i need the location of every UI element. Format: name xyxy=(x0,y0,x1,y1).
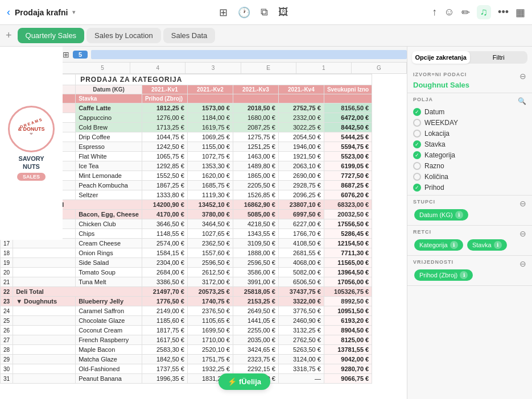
chart-icon[interactable]: ♫ xyxy=(477,5,492,19)
table-row[interactable]: 18Onion Rings1584,15 €1557,60 €1888,00 €… xyxy=(1,248,372,258)
item-cell: Chips xyxy=(76,229,142,239)
table-row[interactable]: 29Matcha Glaze1842,50 €1751,75 €2323,75 … xyxy=(1,355,372,364)
filter-value[interactable]: 5 xyxy=(73,51,88,59)
table-row[interactable]: 25Chocolate Glaze1185,60 €1105,65 €1441,… xyxy=(1,316,372,326)
column-datum-pill[interactable]: Datum (KG) ℹ xyxy=(414,209,468,221)
share-icon[interactable]: ↑ xyxy=(432,6,437,18)
top-bar-center: ⊞ 🕐 ⧉ 🖼 xyxy=(219,6,288,19)
kv4-cell: 3132,25 € xyxy=(278,326,324,335)
column-datum-info[interactable]: ℹ xyxy=(455,211,463,219)
table-row[interactable]: 27French Raspberry1617,50 €1710,00 €2035… xyxy=(1,335,372,345)
field-kolicina-checkbox[interactable] xyxy=(413,173,421,181)
columns-expand-icon[interactable]: ⊖ xyxy=(519,199,526,208)
history-icon[interactable]: 🕐 xyxy=(238,6,250,19)
panel-icon[interactable]: ▦ xyxy=(515,6,525,19)
subheader-blank2 xyxy=(233,94,278,103)
row-stavka-info[interactable]: ℹ xyxy=(494,241,502,249)
cat-cell xyxy=(13,326,76,335)
kv4-cell: 6506,50 € xyxy=(278,277,324,287)
emoji-icon[interactable]: ☺ xyxy=(444,6,454,18)
total-cell: 6472,00 € xyxy=(324,113,372,123)
table-row[interactable]: 19Side Salad2304,00 €2596,50 €2596,50 €4… xyxy=(1,258,372,268)
kv4-cell: 2752,75 € xyxy=(278,103,324,113)
tab-opcije[interactable]: Opcije zakretanja xyxy=(412,51,470,64)
field-stavka-checkbox[interactable] xyxy=(413,140,421,148)
field-datum-checkbox[interactable] xyxy=(413,108,421,116)
total-cell: 9066,75 € xyxy=(324,374,372,384)
source-expand-icon[interactable]: ⊖ xyxy=(519,72,526,81)
tab-sales-data[interactable]: Sales Data xyxy=(163,28,216,43)
kv3-cell: 1251,25 € xyxy=(233,142,278,152)
value-prihod-info[interactable]: ℹ xyxy=(460,271,468,279)
table-row[interactable]: 20Tomato Soup2684,00 €2612,50 €3586,00 €… xyxy=(1,268,372,277)
kv2-cell: 1069,25 € xyxy=(187,132,233,142)
row-num: 23 xyxy=(1,297,13,306)
field-weekday-checkbox[interactable] xyxy=(413,119,421,127)
kv3-cell: 1865,00 € xyxy=(233,171,278,181)
value-prihod-pill[interactable]: Prihod (Zbroj) ℹ xyxy=(414,269,473,281)
grid-icon[interactable]: ⊞ xyxy=(63,50,69,59)
field-kategorija-checkbox[interactable] xyxy=(413,151,421,159)
tab-quarterly-sales[interactable]: Quarterly Sales xyxy=(18,28,85,43)
item-cell: Tuna Melt xyxy=(76,277,142,287)
table-row[interactable]: 31Peanut Banana1996,35 €1831,25 €3418,80… xyxy=(1,374,372,384)
field-lokacija-checkbox[interactable] xyxy=(413,130,421,138)
row-num: 18 xyxy=(1,248,13,258)
columns-section: STUPCI ⊖ Datum (KG) ℹ xyxy=(407,196,532,226)
field-razno-checkbox[interactable] xyxy=(413,162,421,170)
kv2-cell: 1027,65 € xyxy=(187,229,233,239)
fields-search-icon[interactable]: 🔍 xyxy=(518,97,526,105)
table-row[interactable]: 23▼ DoughnutsBlueberry Jelly1776,50 €174… xyxy=(1,297,372,306)
item-cell: Ice Tea xyxy=(76,161,142,171)
datasource-name[interactable]: Doughnut Sales xyxy=(413,81,469,89)
back-button[interactable]: ‹ xyxy=(7,6,10,18)
col-ruler-3: 3 xyxy=(185,63,241,73)
item-cell: Cream Cheese xyxy=(76,239,142,248)
spreadsheet-container: DREAMS & DONUTS ❤ SAVORYNUTS SALES ⊞ 5 5… xyxy=(0,47,407,399)
table-row[interactable]: 22Deli Total21497,70 €20573,25 €25818,05… xyxy=(1,287,372,297)
row-kategorija-pill[interactable]: Kategorija ℹ xyxy=(414,239,463,251)
pencil-icon[interactable]: ✏ xyxy=(461,6,470,19)
main-area: DREAMS & DONUTS ❤ SAVORYNUTS SALES ⊞ 5 5… xyxy=(0,47,532,399)
fuelija-button[interactable]: ⚡ fÜelija xyxy=(218,373,270,390)
field-prihod-checkbox[interactable] xyxy=(413,184,421,192)
row-stavka-pill[interactable]: Stavka ℹ xyxy=(467,239,507,251)
row-num: 29 xyxy=(1,355,13,364)
table-row[interactable]: 28Maple Bacon2583,30 €2520,10 €3424,65 €… xyxy=(1,345,372,355)
table-row[interactable]: 30Old-Fashioned1737,55 €1932,25 €2292,15… xyxy=(1,364,372,374)
kv1-cell: 1812,25 € xyxy=(142,103,187,113)
more-icon[interactable]: ••• xyxy=(498,6,509,18)
kv3-cell: 2035,00 € xyxy=(233,335,278,345)
field-lokacija: Lokacija xyxy=(413,130,526,138)
row-kategorija-info[interactable]: ℹ xyxy=(450,241,458,249)
total-cell: 9280,70 € xyxy=(324,364,372,374)
col-ruler-5: 5 xyxy=(75,63,130,73)
tab-sales-by-location[interactable]: Sales by Location xyxy=(86,28,161,43)
table-row[interactable]: 21Tuna Melt3386,50 €3172,00 €3991,00 €65… xyxy=(1,277,372,287)
total-sum: 105326,75 € xyxy=(324,287,372,297)
rows-section-title: RETCI xyxy=(413,229,431,235)
kv1-cell: 1617,50 € xyxy=(142,335,187,345)
table-row[interactable]: 24Caramel Saffron2149,00 €2376,50 €2649,… xyxy=(1,306,372,316)
copy-icon[interactable]: ⧉ xyxy=(261,6,268,18)
right-panel-tabs: Opcije zakretanja Filtri xyxy=(412,51,527,64)
kv2-cell: 1710,00 € xyxy=(187,335,233,345)
table-icon[interactable]: ⊞ xyxy=(219,6,228,19)
tab-filtri[interactable]: Filtri xyxy=(470,51,528,64)
header-kv1: 2021.-Kv1 xyxy=(142,85,187,94)
header-datum: Datum (KG) xyxy=(76,85,142,94)
kv1-cell: 1044,75 € xyxy=(142,132,187,142)
add-tab-button[interactable]: + xyxy=(6,30,12,41)
rows-expand-icon[interactable]: ⊖ xyxy=(519,229,526,238)
values-expand-icon[interactable]: ⊖ xyxy=(519,259,526,268)
item-cell: Caffe Latte xyxy=(76,103,142,113)
chevron-down-icon[interactable]: ▾ xyxy=(72,9,76,16)
field-prihod-label: Prihod xyxy=(424,184,444,192)
row-num: 28 xyxy=(1,345,13,355)
table-row[interactable]: 17Cream Cheese2574,00 €2362,50 €3109,50 … xyxy=(1,239,372,248)
table-row[interactable]: 26Coconut Cream1817,75 €1699,50 €2255,00… xyxy=(1,326,372,335)
item-cell: Peach Kombucha xyxy=(76,181,142,190)
item-cell: Peanut Banana xyxy=(76,374,142,384)
image-icon[interactable]: 🖼 xyxy=(278,6,288,18)
kv3-cell: 1441,05 € xyxy=(233,316,278,326)
